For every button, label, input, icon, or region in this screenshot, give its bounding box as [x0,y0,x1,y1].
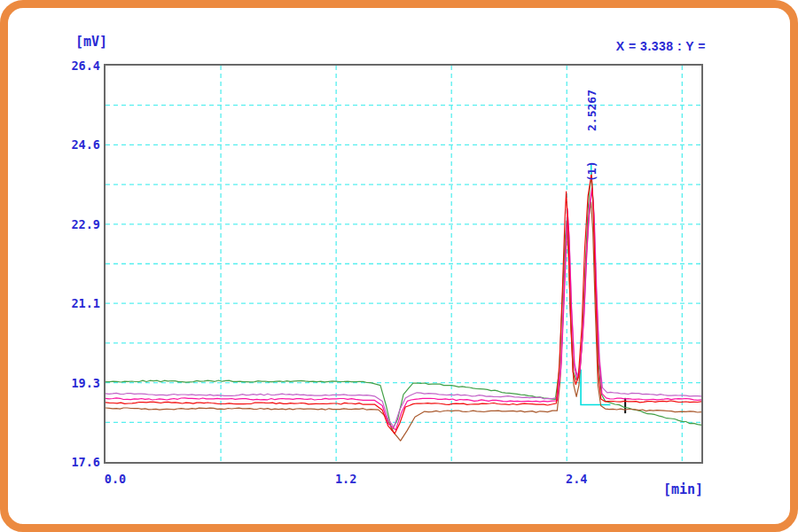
detector-trace-brown [106,202,701,441]
integration-baseline [581,370,610,405]
x-tick-label: 2.4 [566,472,587,486]
y-tick-label: 17.6 [71,455,100,469]
x-tick-label: 0.0 [105,472,126,486]
peak-number-label: (1) [585,161,598,182]
peak-retention-time-label: 2.5267 [585,90,598,131]
detector-trace-purple [106,191,701,427]
y-tick-label: 24.6 [71,137,100,152]
y-tick-label: 19.3 [71,376,100,390]
y-tick-label: 22.9 [71,217,100,231]
y-tick-label: 21.1 [71,296,100,310]
chromatogram-plot[interactable]: (1)2.526726.424.622.921.119.317.60.01.22… [0,0,798,532]
x-tick-label: 1.2 [335,472,356,486]
y-tick-label: 26.4 [71,59,100,73]
